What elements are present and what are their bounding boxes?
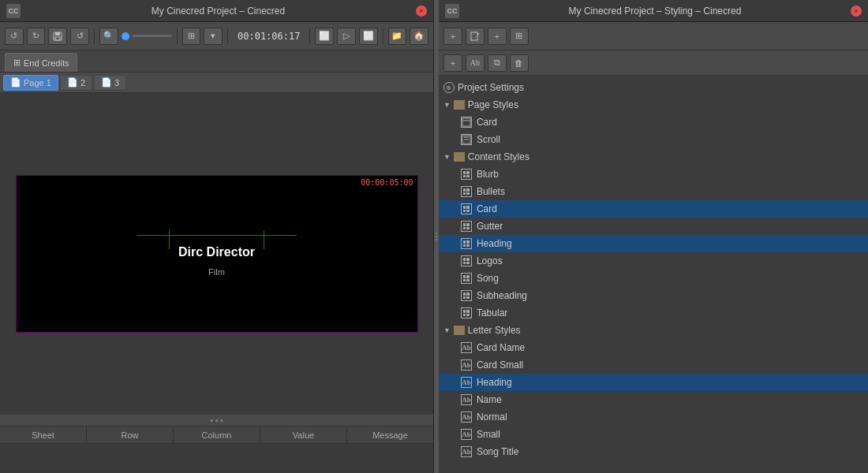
content-styles-section[interactable]: ▼ Content Styles (439, 148, 868, 166)
letter-song-title-icon: Ab (461, 446, 472, 457)
content-style-logos[interactable]: Logos (439, 252, 868, 270)
right-window-title: My Cinecred Project – Styling – Cinecred (569, 6, 742, 17)
content-style-song[interactable]: Song (439, 270, 868, 287)
styles-content[interactable]: ⊕ Project Settings ▼ Page Styles Card Sc… (439, 76, 868, 473)
add-page-button[interactable] (466, 28, 485, 45)
letter-style-name[interactable]: Ab Name (439, 391, 868, 408)
page-tab-2[interactable]: 📄 2 (60, 75, 92, 91)
add-letter-button[interactable]: + (443, 54, 462, 72)
search-button[interactable]: 🔍 (99, 28, 118, 45)
page-icon-3: 📄 (101, 77, 112, 88)
svg-rect-3 (471, 32, 477, 40)
save-button[interactable] (48, 28, 67, 45)
duplicate-button[interactable]: ⧉ (488, 54, 507, 72)
add-content-button[interactable]: + (488, 28, 507, 45)
letter-card-small-label: Card Small (477, 359, 523, 371)
left-panel: CC My Cinecred Project – Cinecred × ↺ ↻ … (0, 0, 434, 473)
home-button[interactable]: 🏠 (410, 28, 428, 45)
divider-dot3 (436, 239, 437, 240)
undo2-button[interactable]: ↺ (70, 28, 89, 45)
content-style-tabular[interactable]: Tabular (439, 304, 868, 322)
content-style-heading[interactable]: Heading (439, 235, 868, 252)
letter-styles-section[interactable]: ▼ Letter Styles (439, 322, 868, 339)
page-tab-1[interactable]: 📄 Page 1 (3, 75, 58, 91)
cc-logo-right: CC (445, 4, 459, 18)
bottom-table: Sheet Row Column Value Message (0, 426, 433, 473)
right-close-button[interactable]: × (851, 6, 862, 17)
left-toolbar: ↺ ↻ ↺ 🔍 ⊞ ▾ 00:01:06:17 ⬜ ▷ ⬜ 📁 🏠 (0, 22, 433, 50)
content-styles-label: Content Styles (468, 151, 529, 162)
video-canvas: 00:00:05:00 Dirc Director Film (16, 175, 418, 333)
letter-style-card-name[interactable]: Ab Card Name (439, 339, 868, 356)
toolbar-sep4 (309, 28, 310, 44)
letter-card-small-icon: Ab (461, 359, 472, 371)
letter-style-heading[interactable]: Ab Heading (439, 374, 868, 391)
content-style-blurb[interactable]: Blurb (439, 166, 868, 183)
letter-style-button[interactable]: Ab (466, 54, 485, 72)
letter-name-icon: Ab (461, 394, 472, 405)
canvas-area[interactable]: 00:00:05:00 Dirc Director Film (0, 93, 433, 415)
project-settings-item[interactable]: ⊕ Project Settings (439, 79, 868, 96)
letter-style-normal[interactable]: Ab Normal (439, 408, 868, 426)
page-style-scroll-label: Scroll (477, 134, 500, 145)
delete-button[interactable]: 🗑 (510, 54, 529, 72)
panel-resize-handle[interactable]: • • • (0, 415, 433, 426)
grid-view-button[interactable]: ⊞ (510, 28, 529, 45)
grid-button[interactable]: ⊞ (182, 28, 201, 45)
letter-card-name-icon: Ab (461, 342, 472, 353)
table-header: Sheet Row Column Value Message (0, 426, 433, 444)
canvas-sub-text: Film (208, 267, 225, 277)
undo-button[interactable]: ↺ (5, 28, 24, 45)
divider-dot2 (436, 236, 437, 237)
end-credits-tab[interactable]: ⊞ End Credits (5, 53, 77, 72)
letter-style-small[interactable]: Ab Small (439, 426, 868, 443)
page-icon-2: 📄 (67, 77, 78, 88)
folder-arrow-content: ▼ (443, 153, 451, 161)
redo-button[interactable]: ↻ (27, 28, 46, 45)
page-style-card-icon (461, 117, 472, 128)
content-gutter-label: Gutter (477, 221, 503, 232)
guide-vertical-right (264, 230, 264, 249)
page-label-3: 3 (114, 78, 119, 88)
content-style-subheading[interactable]: Subheading (439, 287, 868, 304)
letter-small-icon: Ab (461, 429, 472, 440)
left-tab-bar: ⊞ End Credits (0, 50, 433, 73)
content-song-icon (461, 273, 472, 284)
letter-style-card-small[interactable]: Ab Card Small (439, 356, 868, 374)
letter-style-song-title[interactable]: Ab Song Title (439, 443, 868, 460)
page-tab-3[interactable]: 📄 3 (94, 75, 126, 91)
page-style-scroll-icon (461, 134, 472, 145)
tab-label: End Credits (24, 58, 69, 68)
right-toolbar-2: + Ab ⧉ 🗑 (439, 50, 868, 76)
right-toolbar-1: + + ⊞ (439, 22, 868, 50)
zoom-control[interactable] (122, 32, 172, 40)
left-close-button[interactable]: × (416, 6, 427, 17)
play-button[interactable]: ▷ (337, 28, 356, 45)
content-style-card[interactable]: Card (439, 200, 868, 218)
col-column: Column (174, 426, 260, 443)
right-title-bar: CC My Cinecred Project – Styling – Cinec… (439, 0, 868, 22)
folder-button[interactable]: 📁 (388, 28, 407, 45)
letter-styles-label: Letter Styles (468, 325, 521, 336)
toolbar-sep1 (94, 28, 95, 44)
content-heading-label: Heading (477, 238, 512, 249)
toolbar-sep5 (383, 28, 383, 44)
page-style-card[interactable]: Card (439, 114, 868, 131)
page-styles-label: Page Styles (468, 99, 518, 110)
page-label-2: 2 (80, 78, 85, 88)
col-message: Message (347, 426, 433, 443)
content-tabular-label: Tabular (477, 307, 507, 318)
grid-dropdown-button[interactable]: ▾ (204, 28, 223, 45)
frame-btn3[interactable]: ⬜ (359, 28, 378, 45)
content-style-bullets[interactable]: Bullets (439, 183, 868, 200)
content-card-icon (461, 203, 472, 214)
page-style-scroll[interactable]: Scroll (439, 131, 868, 148)
content-song-label: Song (477, 273, 499, 284)
tab-icon: ⊞ (13, 58, 21, 68)
frame-btn1[interactable]: ⬜ (315, 28, 334, 45)
page-styles-section[interactable]: ▼ Page Styles (439, 96, 868, 114)
content-style-gutter[interactable]: Gutter (439, 218, 868, 235)
content-subheading-icon (461, 290, 472, 301)
svg-rect-6 (462, 118, 470, 126)
add-item-button[interactable]: + (443, 28, 462, 45)
